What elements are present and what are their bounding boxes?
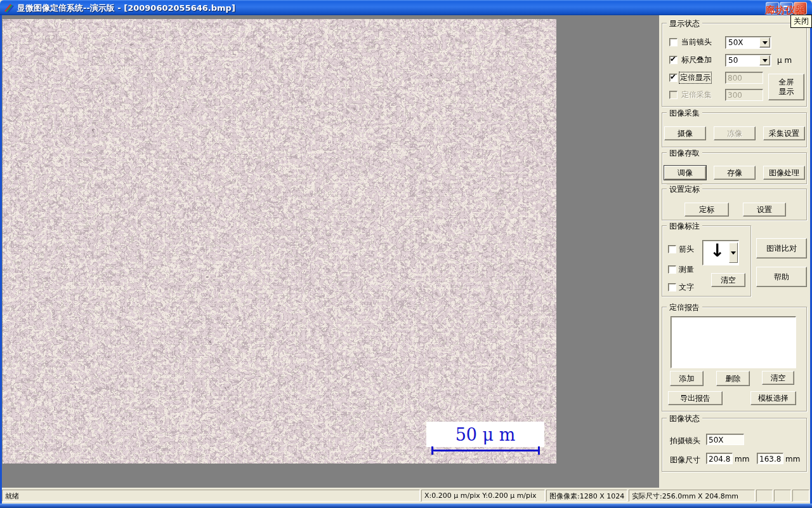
template-select-button[interactable]: 模板选择 bbox=[750, 391, 796, 405]
group-annotation: 图像标注 箭头 ↓ 测量 清空 文字 bbox=[662, 225, 751, 297]
ruler-combobox[interactable]: 50 bbox=[725, 54, 771, 67]
fullscreen-button-line2: 显示 bbox=[779, 87, 794, 97]
group-image-status: 图像状态 拍摄镜头 50X 图像尺寸 204.8 mm 163.8 mm bbox=[662, 418, 807, 472]
capture-button[interactable]: 摄像 bbox=[664, 126, 706, 140]
report-listbox[interactable] bbox=[671, 316, 796, 368]
capture-settings-button[interactable]: 采集设置 bbox=[763, 126, 805, 140]
window-border-left bbox=[0, 15, 2, 504]
control-panel: 显示状态 当前镜头 50X 标尺叠加 50 μ m 定倍显示 800 定倍采集 … bbox=[659, 15, 810, 488]
label-fixed-display: 定倍显示 bbox=[679, 72, 711, 83]
help-button[interactable]: 帮助 bbox=[756, 267, 807, 287]
clear-report-button[interactable]: 清空 bbox=[762, 371, 794, 385]
scale-bar-text: 50 μ m bbox=[455, 425, 516, 444]
settings-button[interactable]: 设置 bbox=[743, 203, 786, 217]
label-micron-unit: μ m bbox=[777, 56, 792, 65]
checkbox-arrow[interactable] bbox=[668, 245, 676, 253]
checkbox-ruler-overlay[interactable] bbox=[669, 56, 678, 64]
label-arrow: 箭头 bbox=[679, 244, 694, 255]
label-mm-unit: mm bbox=[785, 455, 800, 464]
input-fixed-capture: 300 bbox=[725, 89, 763, 101]
freeze-button: 冻像 bbox=[714, 126, 756, 140]
group-image-capture: 图像采集 摄像 冻像 采集设置 bbox=[662, 112, 807, 147]
group-title: 定倍报告 bbox=[667, 302, 702, 313]
group-title: 显示状态 bbox=[667, 18, 702, 29]
label-image-size: 图像尺寸 bbox=[670, 455, 700, 465]
ruler-combobox-value: 50 bbox=[728, 56, 738, 65]
group-display-status: 显示状态 当前镜头 50X 标尺叠加 50 μ m 定倍显示 800 定倍采集 … bbox=[662, 23, 807, 107]
label-measure: 测量 bbox=[679, 264, 694, 275]
checkbox-measure[interactable] bbox=[668, 265, 676, 274]
micrograph-image: 50 μ m bbox=[3, 19, 556, 464]
chevron-down-icon[interactable] bbox=[759, 37, 770, 48]
label-fixed-capture: 定倍采集 bbox=[681, 90, 712, 100]
status-resolution: X:0.200 μ m/pix Y:0.200 μ m/pix bbox=[421, 490, 545, 502]
clear-annotation-button[interactable]: 清空 bbox=[711, 273, 745, 287]
image-viewer: 50 μ m bbox=[2, 15, 659, 488]
statusbar: 就绪 X:0.200 μ m/pix Y:0.200 μ m/pix 图像像素:… bbox=[2, 488, 810, 504]
lens-combobox-value: 50X bbox=[728, 38, 743, 47]
down-arrow-icon: ↓ bbox=[710, 242, 724, 260]
input-lens: 50X bbox=[706, 434, 744, 445]
scale-bar-label: 50 μ m bbox=[426, 422, 544, 447]
close-tooltip: 关闭 bbox=[790, 15, 812, 28]
status-empty-2 bbox=[774, 490, 791, 502]
group-calibration: 设置定标 定标 设置 bbox=[662, 189, 807, 220]
status-empty-1 bbox=[756, 490, 773, 502]
scale-bar-line bbox=[431, 450, 540, 451]
image-process-button[interactable]: 图像处理 bbox=[763, 166, 805, 180]
label-text: 文字 bbox=[679, 282, 694, 293]
chevron-down-icon[interactable] bbox=[729, 243, 738, 263]
status-actual-size: 实际尺寸:256.0mm X 204.8mm bbox=[629, 490, 755, 502]
group-title: 设置定标 bbox=[667, 184, 702, 195]
status-pixels: 图像像素:1280 X 1024 bbox=[546, 490, 627, 502]
label-current-lens: 当前镜头 bbox=[681, 37, 712, 48]
checkbox-fixed-display[interactable] bbox=[669, 74, 678, 82]
window-title: 显微图像定倍系统--演示版 - [20090602055646.bmp] bbox=[17, 3, 235, 14]
status-empty-3 bbox=[792, 490, 809, 502]
load-image-button[interactable]: 调像 bbox=[664, 166, 706, 180]
label-ruler-overlay: 标尺叠加 bbox=[681, 55, 712, 65]
label-mm-unit: mm bbox=[735, 455, 749, 464]
checkbox-text[interactable] bbox=[668, 283, 676, 291]
export-report-button[interactable]: 导出报告 bbox=[668, 391, 723, 405]
input-image-width: 204.8 bbox=[706, 453, 733, 464]
titlebar: 显微图像定倍系统--演示版 - [20090602055646.bmp] ✕ 廊… bbox=[0, 0, 812, 15]
app-window: 显微图像定倍系统--演示版 - [20090602055646.bmp] ✕ 廊… bbox=[0, 0, 812, 508]
fullscreen-button[interactable]: 全屏 显示 bbox=[768, 74, 804, 100]
label-shoot-lens: 拍摄镜头 bbox=[670, 436, 700, 446]
calibrate-button[interactable]: 定标 bbox=[684, 203, 729, 217]
delete-report-button[interactable]: 删除 bbox=[716, 371, 750, 386]
add-report-button[interactable]: 添加 bbox=[670, 371, 704, 386]
group-title: 图像存取 bbox=[667, 148, 702, 159]
checkbox-current-lens[interactable] bbox=[669, 38, 678, 46]
chevron-down-icon[interactable] bbox=[759, 55, 770, 65]
atlas-compare-button[interactable]: 图谱比对 bbox=[756, 238, 807, 258]
app-icon bbox=[4, 3, 14, 13]
fullscreen-button-line1: 全屏 bbox=[779, 77, 794, 87]
group-report: 定倍报告 添加 删除 清空 导出报告 模板选择 bbox=[662, 307, 807, 411]
checkbox-fixed-capture bbox=[669, 91, 678, 99]
window-border-bottom bbox=[0, 504, 812, 508]
group-title: 图像采集 bbox=[667, 108, 702, 119]
input-fixed-display: 800 bbox=[725, 72, 763, 84]
lens-combobox[interactable]: 50X bbox=[725, 36, 771, 49]
status-ready: 就绪 bbox=[2, 490, 420, 502]
arrow-style-picker[interactable]: ↓ bbox=[702, 240, 739, 265]
save-image-button[interactable]: 存像 bbox=[714, 166, 756, 180]
group-image-storage: 图像存取 调像 存像 图像处理 bbox=[662, 152, 807, 184]
group-title: 图像状态 bbox=[667, 413, 702, 424]
input-image-height: 163.8 bbox=[757, 453, 783, 464]
group-title: 图像标注 bbox=[667, 221, 702, 232]
